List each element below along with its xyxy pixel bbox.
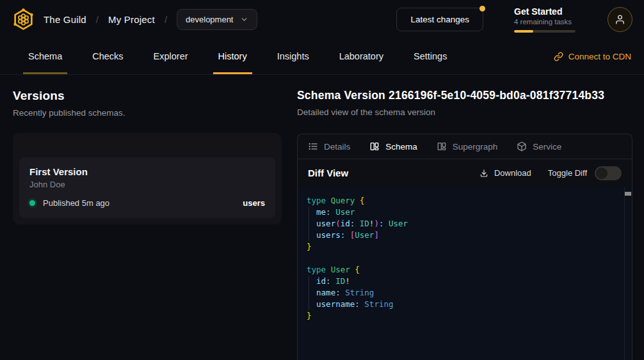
diff-toolbar: Diff View Download Toggle Diff <box>298 159 632 187</box>
panels-icon <box>369 141 380 152</box>
breadcrumb-separator: / <box>96 14 99 25</box>
breadcrumb-project[interactable]: My Project <box>108 14 155 25</box>
tab-schema-view-label: Schema <box>385 142 417 152</box>
latest-changes-button[interactable]: Latest changes <box>396 8 483 31</box>
tab-details[interactable]: Details <box>308 141 350 152</box>
notification-dot <box>479 6 485 12</box>
versions-list: First Version John Doe Published 5m ago … <box>13 133 282 224</box>
connect-to-cdn-label: Connect to CDN <box>568 52 631 61</box>
breadcrumb-org[interactable]: The Guild <box>44 14 86 25</box>
get-started-progress-fill <box>514 30 533 33</box>
tab-schema-view[interactable]: Schema <box>369 141 417 152</box>
get-started-subtitle: 4 remaining tasks <box>514 18 576 26</box>
version-status: Published 5m ago <box>43 198 109 208</box>
main-content: Versions Recently published schemas. Fir… <box>0 75 644 360</box>
published-status-dot <box>29 200 35 206</box>
versions-title: Versions <box>13 89 282 103</box>
breadcrumb: The Guild / My Project / development <box>44 9 257 30</box>
hive-logo-icon[interactable] <box>12 8 35 31</box>
schema-code-editor[interactable]: type Query { me: User user(id: ID!): Use… <box>298 187 632 360</box>
version-list-item[interactable]: First Version John Doe Published 5m ago … <box>19 157 275 218</box>
editor-scrollbar-track <box>624 187 625 360</box>
download-label: Download <box>494 168 531 178</box>
version-service-badge: users <box>243 198 265 208</box>
environment-select[interactable]: development <box>177 9 257 30</box>
tab-checks[interactable]: Checks <box>87 38 128 74</box>
latest-changes-label: Latest changes <box>410 15 469 24</box>
get-started-widget[interactable]: Get Started 4 remaining tasks <box>514 6 576 33</box>
connect-to-cdn-button[interactable]: Connect to CDN <box>554 38 631 74</box>
user-avatar[interactable] <box>608 7 632 32</box>
version-author: John Doe <box>29 180 265 189</box>
link-icon <box>554 52 563 61</box>
user-icon <box>615 14 625 25</box>
version-detail-title: Schema Version 2166196f-5e10-4059-bd0a-0… <box>297 89 632 102</box>
nav-tabs: Schema Checks Explorer History Insights … <box>23 38 452 74</box>
download-button[interactable]: Download <box>479 168 531 178</box>
get-started-title: Get Started <box>514 6 576 17</box>
cube-icon <box>517 141 527 152</box>
chevron-down-icon <box>240 15 248 24</box>
tab-supergraph[interactable]: Supergraph <box>437 141 498 152</box>
version-detail-subtitle: Detailed view of the schema version <box>297 107 632 117</box>
list-icon <box>308 141 318 152</box>
tab-history[interactable]: History <box>213 38 252 74</box>
app-header: The Guild / My Project / development Lat… <box>0 0 644 38</box>
tab-explorer[interactable]: Explorer <box>149 38 193 74</box>
tab-settings[interactable]: Settings <box>408 38 452 74</box>
version-name: First Version <box>29 166 265 177</box>
toggle-knob <box>596 168 608 179</box>
toggle-diff-switch[interactable] <box>595 166 622 180</box>
download-icon <box>479 169 488 178</box>
diff-view-title: Diff View <box>308 168 348 178</box>
schema-source-code: type Query { me: User user(id: ID!): Use… <box>307 195 616 322</box>
tab-laboratory[interactable]: Laboratory <box>334 38 389 74</box>
tab-schema[interactable]: Schema <box>23 38 67 74</box>
tab-service-label: Service <box>533 142 561 152</box>
tab-supergraph-label: Supergraph <box>453 142 498 152</box>
tab-insights[interactable]: Insights <box>272 38 314 74</box>
panels-icon <box>437 141 447 152</box>
get-started-progress-bar <box>514 30 576 33</box>
versions-panel: Versions Recently published schemas. Fir… <box>0 75 297 360</box>
schema-view-tabs: Details Schema Supergr <box>298 134 632 159</box>
schema-view-panel: Details Schema Supergr <box>297 134 632 360</box>
primary-nav: Schema Checks Explorer History Insights … <box>0 38 644 75</box>
tab-details-label: Details <box>324 142 350 152</box>
toggle-diff-label: Toggle Diff <box>548 168 587 178</box>
tab-service[interactable]: Service <box>517 141 561 152</box>
versions-subtitle: Recently published schemas. <box>13 108 282 118</box>
editor-scrollbar-thumb[interactable] <box>625 192 631 196</box>
environment-select-value: development <box>186 15 233 24</box>
breadcrumb-separator: / <box>165 14 167 25</box>
version-detail-panel: Schema Version 2166196f-5e10-4059-bd0a-0… <box>297 75 644 360</box>
